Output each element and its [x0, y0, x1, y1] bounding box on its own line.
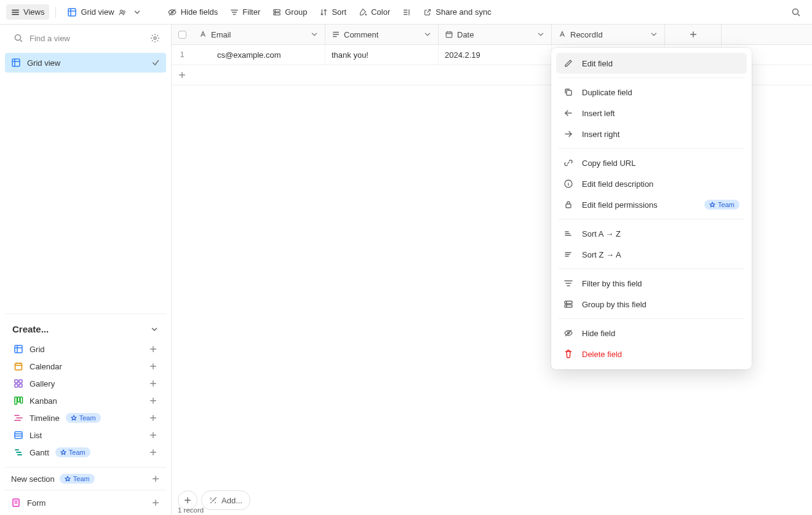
form-icon — [11, 498, 21, 508]
create-timeline[interactable]: TimelineTeam — [7, 409, 164, 427]
create-grid[interactable]: Grid — [7, 340, 164, 358]
timeline-icon — [14, 413, 23, 423]
separator — [55, 7, 56, 18]
ctx-insert-left[interactable]: Insert left — [556, 103, 747, 124]
svg-rect-34 — [15, 363, 22, 370]
search-button[interactable] — [786, 4, 806, 20]
find-view-search[interactable] — [0, 25, 171, 50]
group-icon — [273, 8, 281, 17]
add-button[interactable]: Add... — [201, 490, 250, 510]
info-icon — [563, 179, 573, 189]
ctx-item-label: Edit field description — [582, 179, 653, 189]
current-view-label: Grid view — [81, 7, 114, 17]
text-icon — [558, 30, 567, 39]
svg-point-6 — [120, 10, 122, 12]
ctx-delete-field[interactable]: Delete field — [556, 344, 747, 364]
chevron-down-icon[interactable] — [536, 30, 545, 39]
filter-button[interactable]: Filter — [225, 4, 265, 20]
ctx-item-label: Edit field — [582, 59, 613, 68]
paint-icon — [359, 8, 367, 17]
plus-icon — [149, 396, 157, 405]
hide-fields-button[interactable]: Hide fields — [162, 4, 223, 20]
add-column-button[interactable] — [665, 25, 722, 44]
team-badge: Team — [66, 413, 101, 423]
settings-icon[interactable] — [150, 33, 160, 43]
ctx-hide-field[interactable]: Hide field — [556, 323, 747, 344]
cell-comment[interactable]: thank you! — [325, 45, 439, 65]
ctx-insert-right[interactable]: Insert right — [556, 124, 747, 144]
create-heading[interactable]: Create... — [5, 318, 166, 339]
svg-rect-90 — [566, 204, 571, 208]
svg-point-25 — [154, 37, 156, 39]
new-section-button[interactable]: New section Team — [5, 467, 166, 490]
ctx-item-label: Insert left — [582, 109, 615, 118]
plus-icon — [149, 448, 157, 457]
arrow-right-icon — [563, 129, 573, 139]
ctx-filter-by-this-field[interactable]: Filter by this field — [556, 273, 747, 294]
chevron-down-icon[interactable] — [650, 30, 658, 39]
grid-area: Email Comment Date RecordId — [172, 25, 812, 515]
svg-point-89 — [568, 181, 568, 182]
column-header-date[interactable]: Date — [439, 25, 552, 44]
ctx-edit-field[interactable]: Edit field — [556, 53, 747, 74]
plus-icon — [149, 345, 157, 353]
svg-rect-3 — [68, 9, 76, 16]
row-height-button[interactable] — [397, 5, 416, 20]
ctx-sort-a-z[interactable]: Sort A → Z — [556, 223, 747, 244]
chevron-down-icon[interactable] — [423, 30, 432, 39]
find-view-input[interactable] — [30, 34, 144, 43]
longtext-icon — [332, 30, 340, 39]
svg-rect-100 — [565, 301, 572, 304]
sort-button[interactable]: Sort — [314, 4, 351, 20]
plus-icon — [151, 474, 160, 483]
search-icon — [14, 33, 23, 43]
svg-line-22 — [798, 14, 800, 16]
create-gantt[interactable]: GanttTeam — [7, 444, 164, 461]
group-label: Group — [285, 7, 307, 17]
svg-line-24 — [20, 40, 22, 42]
column-header-recordid[interactable]: RecordId — [552, 25, 665, 44]
view-item-label: Grid view — [27, 58, 60, 68]
create-form[interactable]: Form — [5, 490, 166, 515]
ctx-group-by-this-field[interactable]: Group by this field — [556, 294, 747, 315]
select-all-cell[interactable] — [172, 25, 193, 44]
link-icon — [563, 158, 573, 168]
view-item-grid[interactable]: Grid view — [5, 53, 166, 73]
ctx-duplicate-field[interactable]: Duplicate field — [556, 82, 747, 103]
create-list[interactable]: List — [7, 427, 164, 444]
select-all-checkbox[interactable] — [178, 31, 186, 39]
svg-rect-46 — [15, 397, 17, 404]
row-height-icon — [402, 8, 411, 17]
svg-point-23 — [15, 35, 21, 41]
share-button[interactable]: Share and sync — [418, 4, 496, 20]
current-view-button[interactable]: Grid view — [62, 4, 146, 20]
views-button[interactable]: Views — [6, 4, 49, 20]
arrow-left-icon — [563, 108, 573, 118]
chevron-down-icon[interactable] — [310, 30, 319, 39]
team-badge: Team — [704, 200, 739, 210]
svg-rect-40 — [15, 380, 18, 383]
ctx-sort-z-a[interactable]: Sort Z → A — [556, 244, 747, 265]
calendar-icon — [445, 30, 453, 39]
create-item-label: List — [30, 431, 42, 440]
column-header-email[interactable]: Email — [193, 25, 325, 44]
ctx-item-label: Group by this field — [582, 300, 647, 309]
create-item-label: Grid — [30, 345, 45, 354]
ctx-edit-field-description[interactable]: Edit field description — [556, 173, 747, 194]
create-gallery[interactable]: Gallery — [7, 375, 164, 392]
ctx-copy-field-url[interactable]: Copy field URL — [556, 152, 747, 173]
group-button[interactable]: Group — [268, 4, 312, 20]
views-label: Views — [23, 7, 44, 17]
column-header-comment[interactable]: Comment — [325, 25, 439, 44]
cell-email[interactable]: cs@example.com — [193, 45, 325, 65]
create-kanban[interactable]: Kanban — [7, 392, 164, 409]
search-icon — [791, 7, 801, 17]
gantt-icon — [14, 447, 23, 457]
ctx-edit-field-permissions[interactable]: Edit field permissionsTeam — [556, 194, 747, 215]
create-calendar[interactable]: Calendar — [7, 358, 164, 375]
create-item-label: Calendar — [30, 362, 62, 371]
create-item-label: Timeline — [30, 414, 60, 423]
chevron-down-icon — [150, 325, 159, 334]
cell-date[interactable]: 2024.2.19 — [439, 45, 552, 65]
color-button[interactable]: Color — [354, 4, 395, 20]
